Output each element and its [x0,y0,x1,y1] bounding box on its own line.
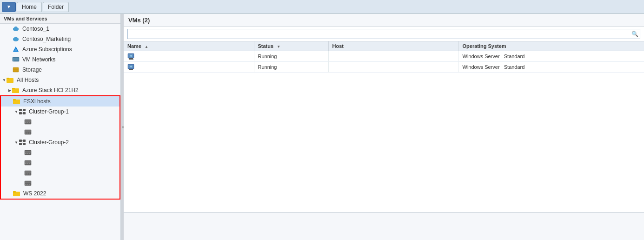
svg-rect-51 [25,153,27,154]
svg-rect-24 [13,99,16,100]
label-ws-2022: WS 2022 [23,190,46,197]
expand-btn-host-2b [20,160,24,165]
sidebar-item-esxi-hosts[interactable]: ESXi hosts [1,96,120,107]
expand-btn-all-hosts[interactable]: ▼ [2,78,7,82]
content-area: VMs (2) 🔍 Name ▲ Status ▼ [124,14,644,240]
vm-list-table: Name ▲ Status ▼ Host Operating System [124,41,644,73]
expand-btn-ws-2022 [8,191,13,196]
svg-rect-28 [23,112,26,114]
svg-rect-27 [19,112,22,114]
status-bar [124,212,644,240]
toolbar: ▼ Home Folder [0,0,644,14]
label-cluster-group-2: Cluster-Group-2 [29,139,69,146]
label-vm-networks: VM Networks [22,56,55,63]
sort-icon-name: ▲ [145,45,148,49]
sidebar-item-host-2c[interactable] [1,168,120,178]
svg-rect-26 [23,109,26,111]
expand-btn-host-1a [20,120,24,124]
svg-rect-40 [27,133,28,133]
cell-name-vm1 [124,51,254,62]
sidebar-item-contoso-marketing[interactable]: Contoso_Marketing [0,34,120,44]
search-bar: 🔍 [124,27,644,41]
sidebar-item-vm-networks[interactable]: VM Networks [0,54,120,65]
svg-rect-36 [29,122,30,123]
label-storage: Storage [22,67,42,73]
label-cluster-group-1: Cluster-Group-1 [29,108,69,115]
sidebar-item-azure-stack[interactable]: ▶Azure Stack HCI 21H2 [0,85,120,95]
cell-status-vm1: Running [254,51,328,62]
icon-host-2a [25,149,33,156]
svg-point-3 [14,27,18,29]
svg-point-76 [130,55,132,57]
home-tab[interactable]: Home [17,2,42,12]
svg-rect-80 [129,70,133,70]
svg-rect-11 [13,58,19,60]
svg-rect-60 [25,171,31,173]
main-layout: VMs and Services Contoso_1 Contoso_Marke… [0,14,644,240]
sidebar-item-storage[interactable]: Storage [0,65,120,75]
icon-host-1b [25,128,33,136]
cell-name-vm2 [124,62,254,73]
home-tab-label: Home [22,4,37,10]
svg-rect-31 [22,110,22,113]
sidebar: VMs and Services Contoso_1 Contoso_Marke… [0,14,121,240]
icon-host-2c [25,169,33,177]
sidebar-item-contoso[interactable]: Contoso_1 [0,24,120,34]
svg-rect-58 [29,163,30,164]
sidebar-item-all-hosts[interactable]: ▼All Hosts [0,75,120,85]
sidebar-item-azure-subscriptions[interactable]: Azure Subscriptions [0,44,120,54]
dropdown-button[interactable]: ▼ [2,2,16,12]
expand-btn-contoso-marketing [7,37,12,41]
svg-rect-13 [13,67,19,72]
vm-table: Name ▲ Status ▼ Host Operating System [124,41,644,212]
svg-rect-43 [23,140,26,142]
col-header-os[interactable]: Operating System [458,41,644,51]
table-row-vm1[interactable]: Running Windows Server Standard [124,51,644,62]
cell-os-vm1: Windows Server Standard [458,51,644,62]
expand-btn-cluster-group-2[interactable]: ▼ [14,140,19,145]
sidebar-item-cluster-group-1[interactable]: ▼Cluster-Group-1 [1,107,120,117]
sidebar-item-cluster-group-2[interactable]: ▼Cluster-Group-2 [1,137,120,147]
sidebar-item-host-1a[interactable] [1,117,120,127]
col-header-host[interactable]: Host [328,41,458,51]
svg-rect-62 [27,173,28,174]
expand-btn-azure-subscriptions [7,47,12,52]
table-row-vm2[interactable]: Running Windows Server Standard [124,62,644,73]
sidebar-item-host-1b[interactable] [1,127,120,137]
svg-rect-61 [25,173,27,174]
expand-btn-azure-stack[interactable]: ▶ [7,88,12,93]
icon-azure-stack [13,87,20,94]
col-header-name[interactable]: Name ▲ [124,41,254,51]
expand-btn-esxi-hosts [8,99,13,104]
svg-rect-63 [29,173,30,174]
content-header: VMs (2) [124,14,644,27]
label-azure-stack: Azure Stack HCI 21H2 [22,87,79,93]
label-azure-subscriptions: Azure Subscriptions [22,46,72,53]
col-header-status[interactable]: Status ▼ [254,41,328,51]
svg-rect-45 [23,143,26,145]
sidebar-item-ws-2022[interactable]: WS 2022 [1,188,120,199]
icon-esxi-hosts [14,98,21,105]
search-input[interactable] [127,29,640,39]
icon-vm-networks [13,56,20,63]
table-header-row: Name ▲ Status ▼ Host Operating System [124,41,644,51]
icon-cluster-group-1 [20,108,27,115]
svg-rect-68 [29,184,30,185]
sidebar-item-host-2b[interactable] [1,158,120,168]
svg-rect-25 [19,109,22,111]
svg-rect-67 [27,184,28,185]
svg-rect-34 [25,122,27,123]
expand-btn-cluster-group-1[interactable]: ▼ [14,109,19,114]
label-contoso-marketing: Contoso_Marketing [22,36,71,42]
sidebar-item-host-2a[interactable] [1,147,120,158]
sidebar-item-host-2d[interactable] [1,178,120,188]
folder-tab-label: Folder [48,4,64,10]
svg-rect-53 [29,153,30,154]
svg-rect-52 [27,153,28,154]
icon-contoso [13,25,20,33]
svg-rect-71 [13,191,16,193]
folder-tab[interactable]: Folder [43,2,69,12]
svg-rect-39 [25,133,27,133]
icon-all-hosts [7,76,15,84]
svg-rect-44 [19,143,22,145]
